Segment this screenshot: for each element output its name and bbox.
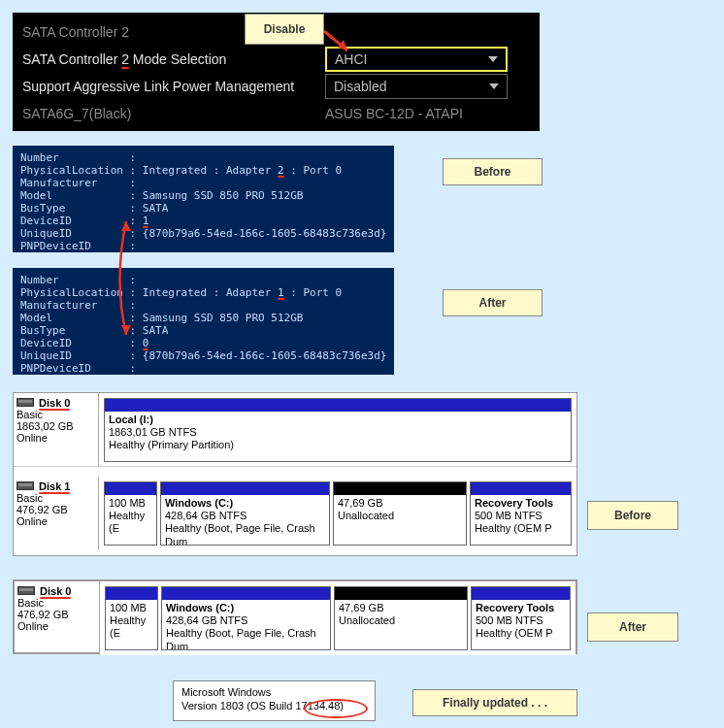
powershell-before: Number : PhysicalLocation : Integrated :…	[13, 146, 394, 252]
volume[interactable]: Recovery Tools 500 MB NTFS Healthy (OEM …	[470, 481, 572, 546]
disable-callout: Disable	[245, 14, 324, 45]
disk-management-after: Disk 0 Basic 476,92 GB Online 100 MB Hea…	[13, 579, 577, 654]
sata-mode-label: SATA Controller 2 Mode Selection	[22, 51, 325, 67]
device-id-before: 1	[143, 215, 149, 227]
disk-left-pane: Disk 0 Basic 1863,02 GB Online	[14, 393, 99, 466]
volume-unallocated[interactable]: 47,69 GB Unallocated	[334, 586, 468, 650]
disk-name: Disk 0	[40, 585, 71, 597]
before-label: Before	[587, 501, 678, 530]
winver-dialog: Microsoft Windows Version 1803 (OS Build…	[173, 680, 376, 721]
disk-left-pane: Disk 1 Basic 476,92 GB Online	[14, 477, 99, 550]
volume-unallocated[interactable]: 47,69 GB Unallocated	[333, 481, 467, 546]
disk-name: Disk 1	[39, 480, 70, 492]
volume[interactable]: Local (I:) 1863,01 GB NTFS Healthy (Prim…	[104, 398, 572, 462]
disk-management-before: Disk 0 Basic 1863,02 GB Online Local (I:…	[13, 392, 577, 556]
adapter-num-before: 2	[278, 164, 284, 177]
volume[interactable]: 100 MB Healthy (E	[105, 586, 158, 650]
disk-left-pane: Disk 0 Basic 476,92 GB Online	[15, 581, 100, 655]
disk-icon	[16, 481, 34, 490]
sata-controller-number: 2	[121, 51, 129, 67]
chevron-down-icon	[489, 83, 499, 89]
powershell-after: Number : PhysicalLocation : Integrated :…	[13, 268, 394, 375]
after-label: After	[443, 289, 543, 316]
adapter-num-after: 1	[278, 286, 284, 299]
volume[interactable]: Windows (C:) 428,64 GB NTFS Healthy (Boo…	[161, 586, 331, 650]
chevron-down-icon	[488, 56, 498, 62]
sata-port-label: SATA6G_7(Black)	[22, 106, 325, 121]
volume[interactable]: Recovery Tools 500 MB NTFS Healthy (OEM …	[471, 586, 571, 650]
volume[interactable]: Windows (C:) 428,64 GB NTFS Healthy (Boo…	[160, 481, 330, 546]
sata-device-info: ASUS BC-12D - ATAPI	[325, 106, 463, 121]
after-label: After	[587, 612, 678, 642]
disk-icon	[17, 586, 35, 595]
disk-name: Disk 0	[39, 397, 70, 409]
device-id-after: 0	[143, 337, 149, 349]
arrow-icon	[112, 216, 141, 343]
aggr-link-select[interactable]: Disabled	[325, 74, 508, 99]
volume[interactable]: 100 MB Healthy (E	[104, 481, 157, 546]
finally-updated-label: Finally updated . . .	[412, 689, 577, 716]
svg-marker-3	[121, 325, 131, 335]
circle-annotation-icon	[304, 699, 368, 718]
before-label: Before	[443, 158, 543, 185]
disk-icon	[16, 398, 34, 407]
aggr-link-value: Disabled	[334, 79, 386, 94]
arrow-icon	[324, 29, 355, 56]
aggr-link-label: Support Aggressive Link Power Management	[22, 79, 325, 94]
svg-marker-2	[121, 221, 131, 231]
